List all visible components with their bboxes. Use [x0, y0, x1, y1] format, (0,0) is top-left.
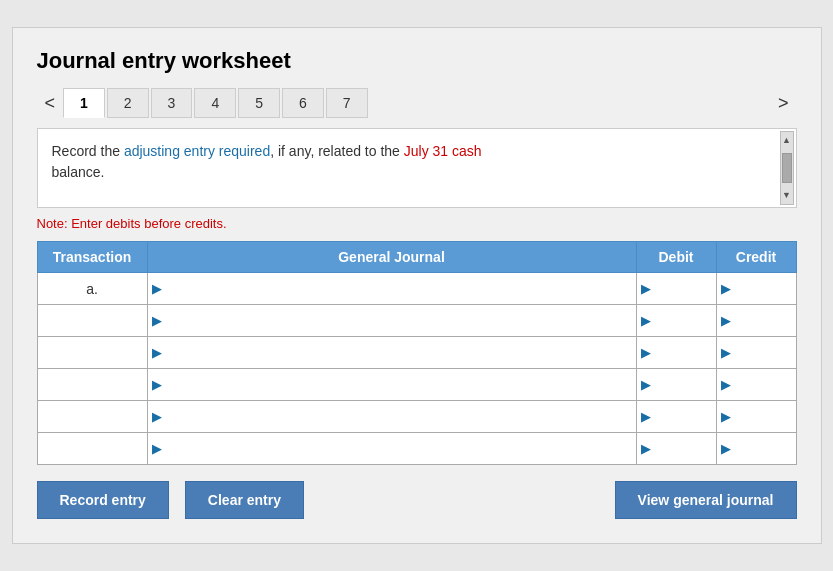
table-row-debit-4[interactable]: ▶ [636, 401, 716, 433]
input-gj-5[interactable] [164, 435, 636, 463]
table-row-debit-0[interactable]: ▶ [636, 273, 716, 305]
table-row-transaction-5 [37, 433, 147, 465]
table-row-debit-3[interactable]: ▶ [636, 369, 716, 401]
tab-5[interactable]: 5 [238, 88, 280, 118]
view-general-journal-button[interactable]: View general journal [615, 481, 797, 519]
table-row-credit-5[interactable]: ▶ [716, 433, 796, 465]
scroll-up-icon[interactable]: ▲ [780, 132, 793, 150]
arrow-icon-gj-4: ▶ [152, 409, 162, 424]
input-debit-1[interactable] [653, 307, 716, 335]
input-debit-2[interactable] [653, 339, 716, 367]
input-gj-1[interactable] [164, 307, 636, 335]
input-debit-3[interactable] [653, 371, 716, 399]
scroll-down-icon[interactable]: ▼ [780, 187, 793, 205]
arrow-icon-gj-5: ▶ [152, 441, 162, 456]
arrow-icon-gj-0: ▶ [152, 281, 162, 296]
input-credit-5[interactable] [733, 435, 796, 463]
table-row-transaction-2 [37, 337, 147, 369]
tab-2[interactable]: 2 [107, 88, 149, 118]
table-row-general-journal-2[interactable]: ▶ [147, 337, 636, 369]
table-row-general-journal-4[interactable]: ▶ [147, 401, 636, 433]
table-row-transaction-1 [37, 305, 147, 337]
table-row-general-journal-3[interactable]: ▶ [147, 369, 636, 401]
table-row-credit-1[interactable]: ▶ [716, 305, 796, 337]
tab-4[interactable]: 4 [194, 88, 236, 118]
table-row-credit-0[interactable]: ▶ [716, 273, 796, 305]
table-row-debit-5[interactable]: ▶ [636, 433, 716, 465]
table-row-general-journal-1[interactable]: ▶ [147, 305, 636, 337]
arrow-icon-debit-5: ▶ [641, 441, 651, 456]
note-text: Note: Enter debits before credits. [37, 216, 797, 231]
table-row-debit-2[interactable]: ▶ [636, 337, 716, 369]
arrow-icon-debit-2: ▶ [641, 345, 651, 360]
input-credit-0[interactable] [733, 275, 796, 303]
arrow-icon-credit-3: ▶ [721, 377, 731, 392]
table-row-transaction-4 [37, 401, 147, 433]
arrow-icon-debit-4: ▶ [641, 409, 651, 424]
input-gj-2[interactable] [164, 339, 636, 367]
col-header-general: General Journal [147, 242, 636, 273]
scrollbar[interactable]: ▲ ▼ [780, 131, 794, 205]
clear-entry-button[interactable]: Clear entry [185, 481, 304, 519]
arrow-icon-gj-1: ▶ [152, 313, 162, 328]
table-row-general-journal-0[interactable]: ▶ [147, 273, 636, 305]
journal-table: Transaction General Journal Debit Credit… [37, 241, 797, 465]
arrow-icon-gj-3: ▶ [152, 377, 162, 392]
col-header-debit: Debit [636, 242, 716, 273]
arrow-icon-credit-2: ▶ [721, 345, 731, 360]
arrow-icon-credit-0: ▶ [721, 281, 731, 296]
buttons-row: Record entry Clear entry View general jo… [37, 481, 797, 519]
table-row-general-journal-5[interactable]: ▶ [147, 433, 636, 465]
arrow-icon-debit-0: ▶ [641, 281, 651, 296]
tab-prev-button[interactable]: < [37, 90, 64, 116]
table-row-transaction-0: a. [37, 273, 147, 305]
record-entry-button[interactable]: Record entry [37, 481, 169, 519]
input-credit-4[interactable] [733, 403, 796, 431]
tabs-row: < 1 2 3 4 5 6 7 > [37, 88, 797, 118]
main-container: Journal entry worksheet < 1 2 3 4 5 6 7 … [12, 27, 822, 544]
instruction-box: Record the adjusting entry required, if … [37, 128, 797, 208]
input-debit-0[interactable] [653, 275, 716, 303]
table-row-debit-1[interactable]: ▶ [636, 305, 716, 337]
arrow-icon-debit-1: ▶ [641, 313, 651, 328]
input-gj-3[interactable] [164, 371, 636, 399]
input-credit-3[interactable] [733, 371, 796, 399]
input-credit-2[interactable] [733, 339, 796, 367]
input-credit-1[interactable] [733, 307, 796, 335]
table-row-credit-2[interactable]: ▶ [716, 337, 796, 369]
arrow-icon-credit-1: ▶ [721, 313, 731, 328]
input-gj-4[interactable] [164, 403, 636, 431]
input-debit-4[interactable] [653, 403, 716, 431]
table-row-credit-3[interactable]: ▶ [716, 369, 796, 401]
tab-1[interactable]: 1 [63, 88, 105, 118]
input-gj-0[interactable] [164, 275, 636, 303]
arrow-icon-credit-4: ▶ [721, 409, 731, 424]
instruction-text: Record the adjusting entry required, if … [52, 141, 782, 183]
arrow-icon-gj-2: ▶ [152, 345, 162, 360]
input-debit-5[interactable] [653, 435, 716, 463]
tab-7[interactable]: 7 [326, 88, 368, 118]
tab-6[interactable]: 6 [282, 88, 324, 118]
tab-next-button[interactable]: > [770, 90, 797, 116]
arrow-icon-credit-5: ▶ [721, 441, 731, 456]
table-row-credit-4[interactable]: ▶ [716, 401, 796, 433]
table-row-transaction-3 [37, 369, 147, 401]
arrow-icon-debit-3: ▶ [641, 377, 651, 392]
tab-3[interactable]: 3 [151, 88, 193, 118]
col-header-transaction: Transaction [37, 242, 147, 273]
col-header-credit: Credit [716, 242, 796, 273]
page-title: Journal entry worksheet [37, 48, 797, 74]
scrollbar-thumb[interactable] [782, 153, 792, 183]
